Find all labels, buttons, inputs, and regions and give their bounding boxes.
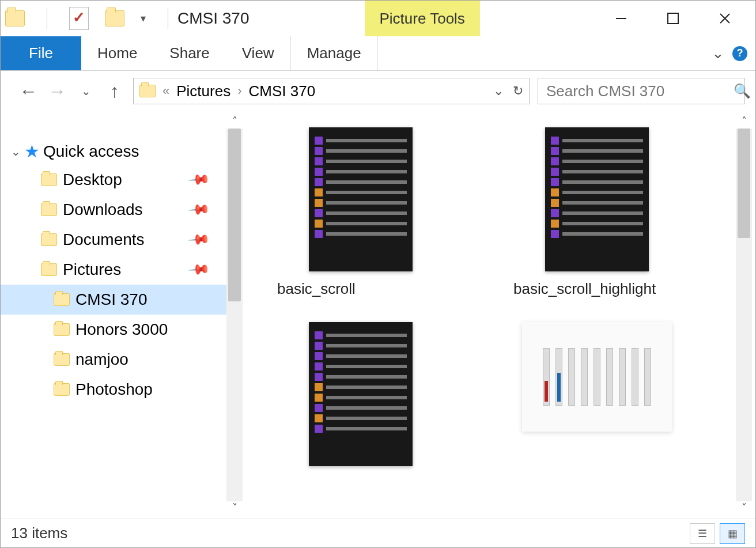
address-dropdown-icon[interactable]: ⌄ [493,84,504,99]
address-bar[interactable]: « Pictures › CMSI 370 ⌄ ↻ [133,78,530,104]
breadcrumb[interactable]: CMSI 370 [249,82,316,100]
breadcrumb[interactable]: Pictures [176,82,230,100]
status-text: 13 items [11,524,67,542]
sidebar-item-documents[interactable]: Documents 📌 [1,225,243,255]
navigation-row: ← → ⌄ ↑ « Pictures › CMSI 370 ⌄ ↻ 🔍 [1,71,755,111]
view-switcher: ☰ ▦ [690,523,745,544]
file-thumbnail [545,127,649,271]
file-item[interactable]: basic_scroll_highlight [513,127,681,299]
folder-icon [41,173,57,186]
file-thumbnail [309,322,413,466]
recent-locations-icon[interactable]: ⌄ [75,84,96,98]
ribbon-options: ⌄ ? [712,36,755,70]
new-folder-icon[interactable] [105,10,124,27]
close-button[interactable] [710,7,739,30]
sidebar-item-label: Photoshop [75,380,153,399]
file-item[interactable] [513,322,681,474]
folder-icon [54,323,70,336]
file-thumbnail [522,322,672,432]
folder-icon [54,353,70,366]
scrollbar-thumb[interactable] [228,129,241,301]
separator [47,8,47,29]
file-item[interactable]: basic_scroll [277,127,444,299]
scrollbar-track[interactable] [736,129,752,501]
thumbnails-view-button[interactable]: ▦ [720,523,745,544]
maximize-button[interactable] [659,7,687,30]
pin-icon: 📌 [188,228,211,252]
sidebar-item-label: namjoo [75,350,128,369]
main-area: ⌄ ★ Quick access Desktop 📌 Downloads 📌 D… [1,111,755,519]
chevron-right-icon: › [237,84,241,99]
file-thumbnail [309,127,413,271]
details-view-button[interactable]: ☰ [690,523,715,544]
sidebar-item-label: Downloads [63,201,143,219]
search-input[interactable] [546,82,734,100]
folder-icon [54,293,70,306]
up-button[interactable]: ↑ [104,81,125,102]
scrollbar-thumb[interactable] [738,129,750,238]
back-button[interactable]: ← [18,81,39,102]
search-icon[interactable]: 🔍 [734,83,751,99]
ribbon: File Home Share View Manage ⌄ ? [1,36,755,71]
navigation-pane: ⌄ ★ Quick access Desktop 📌 Downloads 📌 D… [1,111,243,519]
search-box[interactable]: 🔍 [538,78,745,104]
title-bar: ▾ CMSI 370 Picture Tools [1,1,755,36]
sidebar-scrollbar[interactable]: ˄ ˅ [226,115,243,515]
scroll-down-icon[interactable]: ˅ [232,501,237,515]
separator [168,8,168,29]
file-item[interactable] [277,322,444,474]
tab-manage[interactable]: Manage [290,36,378,70]
pin-icon: 📌 [188,258,211,282]
properties-icon[interactable] [69,7,89,30]
folder-icon [41,233,57,246]
sidebar-item-label: Desktop [63,171,122,189]
sidebar-item-honors-3000[interactable]: Honors 3000 [1,315,243,345]
sidebar-item-desktop[interactable]: Desktop 📌 [1,165,243,195]
tab-view[interactable]: View [226,36,290,70]
sidebar-item-photoshop[interactable]: Photoshop [1,375,243,405]
window-controls [607,7,751,30]
sidebar-item-label: Documents [63,230,145,249]
tab-file[interactable]: File [1,36,81,70]
sidebar-item-pictures[interactable]: Pictures 📌 [1,255,243,285]
refresh-icon[interactable]: ↻ [513,84,523,99]
folder-icon [139,85,156,97]
quick-access-toolbar: ▾ [5,7,174,30]
tab-home[interactable]: Home [81,36,153,70]
sidebar-item-label: Pictures [63,260,121,279]
window-title: CMSI 370 [177,9,250,28]
sidebar-item-downloads[interactable]: Downloads 📌 [1,195,243,225]
chevron-right-icon[interactable]: « [162,84,169,99]
star-icon: ★ [24,141,40,161]
folder-icon[interactable] [5,10,25,27]
status-bar: 13 items ☰ ▦ [1,519,755,547]
forward-button[interactable]: → [47,81,67,102]
minimize-button[interactable] [607,7,636,30]
sidebar-item-namjoo[interactable]: namjoo [1,345,243,375]
scroll-down-icon[interactable]: ˅ [742,501,747,515]
file-name: basic_scroll [277,279,444,299]
scroll-up-icon[interactable]: ˄ [742,115,747,129]
collapse-ribbon-icon[interactable]: ⌄ [712,44,724,62]
file-list[interactable]: basic_scroll basic_scroll_highlight [243,111,755,519]
scrollbar-track[interactable] [226,129,243,501]
pin-icon: 📌 [188,168,211,192]
contextual-tab-label: Picture Tools [365,1,480,36]
folder-icon [41,203,57,216]
sidebar-item-cmsi-370[interactable]: CMSI 370 [1,285,243,315]
chevron-down-icon[interactable]: ⌄ [11,145,21,158]
sidebar-item-label: CMSI 370 [75,290,148,309]
svg-rect-1 [668,13,678,24]
tab-share[interactable]: Share [153,36,225,70]
qat-dropdown-icon[interactable]: ▾ [141,12,146,25]
pin-icon: 📌 [188,198,211,222]
sidebar-item-label: Honors 3000 [75,320,168,339]
help-icon[interactable]: ? [732,46,747,61]
sidebar-root-label: Quick access [43,142,139,161]
scroll-up-icon[interactable]: ˄ [232,115,237,129]
content-scrollbar[interactable]: ˄ ˅ [736,115,752,515]
sidebar-quick-access[interactable]: ⌄ ★ Quick access [1,138,243,165]
folder-icon [54,383,70,396]
folder-icon [41,263,57,276]
file-name: basic_scroll_highlight [513,279,681,299]
